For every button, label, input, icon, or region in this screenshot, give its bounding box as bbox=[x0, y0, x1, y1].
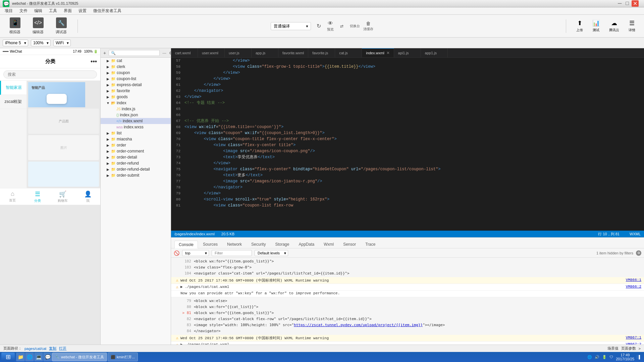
compile-select[interactable]: 普通编译 bbox=[271, 22, 311, 30]
minimize-button[interactable]: ─ bbox=[616, 0, 623, 7]
menu-file[interactable]: 文件 bbox=[16, 7, 31, 14]
clear-group[interactable]: 🗑 清缓存 bbox=[363, 21, 373, 32]
menu-interface[interactable]: 界面 bbox=[60, 7, 75, 14]
devtools-settings-btn[interactable]: ⚙ bbox=[636, 250, 641, 256]
refresh-btn[interactable]: ↻ bbox=[314, 21, 324, 31]
taskbar-devtools-item[interactable]: 🔧 webchat - 微信开发者工具 bbox=[52, 353, 107, 361]
device-select[interactable]: iPhone 5 iPhone 6 bbox=[3, 40, 28, 46]
vm867-2-link[interactable]: VM867:2 bbox=[626, 342, 641, 345]
tab-app-js[interactable]: app.js bbox=[252, 48, 278, 57]
show-desktop-btn[interactable]: ▌ bbox=[637, 355, 641, 359]
test-btn[interactable]: 📊 测试 bbox=[590, 18, 602, 34]
tree-folder-favorite[interactable]: ▶ 📁 favorite bbox=[101, 88, 171, 94]
devtools-tab-trace[interactable]: Trace bbox=[361, 240, 380, 248]
more-btn[interactable]: > bbox=[639, 347, 641, 351]
phone-cat-item-1[interactable]: 智能家居 bbox=[0, 81, 26, 95]
devtools-tab-security[interactable]: Security bbox=[247, 240, 270, 248]
tab-favorite-js[interactable]: favorite.js bbox=[308, 48, 335, 57]
console-filter-input[interactable] bbox=[212, 250, 252, 256]
context-select[interactable]: top bbox=[182, 250, 209, 256]
close-button[interactable]: ✕ bbox=[632, 0, 639, 7]
devtools-tab-console[interactable]: Console bbox=[174, 241, 198, 248]
vm866-2-link[interactable]: VM866:2 bbox=[626, 285, 641, 289]
tab-user-js[interactable]: user.js bbox=[225, 48, 252, 57]
tab-app1-js[interactable]: app1.js bbox=[421, 48, 448, 57]
file-search-input[interactable] bbox=[109, 50, 160, 56]
tree-folder-cat[interactable]: ▶ 📁 cat bbox=[101, 58, 171, 64]
devtools-tab-storage[interactable]: Storage bbox=[271, 240, 293, 248]
phone-search-input[interactable] bbox=[3, 70, 97, 78]
devtools-tab-appdata[interactable]: AppData bbox=[294, 240, 319, 248]
tab-cart-wxml[interactable]: cart.wxml bbox=[171, 48, 198, 57]
network-select[interactable]: WiFi 3G bbox=[53, 40, 71, 46]
phone-cat-item-2[interactable]: zscat框架 bbox=[0, 95, 26, 109]
tree-folder-order-submit[interactable]: ▶ 📁 order-submit bbox=[101, 172, 171, 178]
devtools-clear-btn[interactable]: 🚫 bbox=[174, 250, 179, 256]
start-button[interactable]: ⊞ bbox=[1, 353, 15, 361]
tree-file-index-wxss[interactable]: wss index.wxss bbox=[101, 124, 171, 130]
menu-project[interactable]: 项目 bbox=[1, 7, 16, 14]
tree-file-index-json[interactable]: {} index.json bbox=[101, 112, 171, 118]
clock[interactable]: 17:49 2017/10/25 bbox=[616, 353, 634, 361]
editor-btn[interactable]: </> 编辑器 bbox=[30, 16, 46, 36]
menu-tools[interactable]: 工具 bbox=[46, 7, 60, 14]
tree-folder-order-detail[interactable]: ▶ 📁 order-detail bbox=[101, 154, 171, 160]
tree-folder-index[interactable]: ▼ 📂 index bbox=[101, 100, 171, 106]
tab-cat-js[interactable]: cat.js bbox=[335, 48, 362, 57]
tray-icon-3[interactable]: 🔋 bbox=[602, 355, 607, 359]
detail-btn[interactable]: ☰ 详情 bbox=[627, 18, 637, 34]
vm867-1-link[interactable]: VM867:1 bbox=[626, 336, 641, 340]
tree-folder-order-comment[interactable]: ▶ 📁 order-comment bbox=[101, 148, 171, 154]
devtools-tab-sources[interactable]: Sources bbox=[199, 240, 222, 248]
tree-file-index-js[interactable]: JS index.js bbox=[101, 106, 171, 112]
tree-more-btn[interactable]: ··· bbox=[162, 50, 166, 56]
add-file-btn[interactable]: + bbox=[103, 50, 106, 56]
tab-api1-js[interactable]: api1.js bbox=[394, 48, 421, 57]
devtools-tab-sensor[interactable]: Sensor bbox=[339, 240, 360, 248]
close-tab-icon[interactable]: ✕ bbox=[386, 51, 390, 55]
phone-nav-home[interactable]: ⌂ 首页 bbox=[0, 188, 25, 205]
phone-nav-category[interactable]: ☰ 分类 bbox=[25, 188, 50, 205]
code-editor[interactable]: 57 </view> 58 <view class="flex-grow-1 t… bbox=[171, 58, 644, 231]
tab-index-wxml[interactable]: index.wxml ✕ bbox=[362, 48, 394, 57]
upload-btn[interactable]: ⬆ 上传 bbox=[574, 18, 585, 34]
taskbar-icon-3[interactable]: 💻 bbox=[34, 353, 43, 361]
tab-favorite-wxml[interactable]: favorite.wxml bbox=[278, 48, 308, 57]
page-params-label[interactable]: 页面参数 bbox=[621, 346, 636, 351]
scene-label[interactable]: 场景值 bbox=[607, 346, 619, 351]
maximize-button[interactable]: □ bbox=[624, 0, 630, 7]
phone-nav-me[interactable]: 👤 我 bbox=[75, 188, 100, 205]
tree-folder-list[interactable]: ▶ 📁 list bbox=[101, 130, 171, 136]
open-btn[interactable]: 打开 bbox=[59, 346, 66, 351]
menu-settings[interactable]: 设置 bbox=[75, 7, 90, 14]
taskbar-kmin-item[interactable]: ⬛ kmin打开... bbox=[108, 353, 138, 361]
copy-btn[interactable]: 复制 bbox=[49, 346, 56, 351]
simulator-btn[interactable]: 📱 模拟器 bbox=[7, 16, 23, 36]
tree-folder-miaosha[interactable]: ▶ 📁 miaosha bbox=[101, 136, 171, 142]
debugger-btn[interactable]: 🔧 调试器 bbox=[53, 16, 69, 36]
zoom-select[interactable]: 100% 75% bbox=[31, 40, 51, 46]
devtools-tab-wxml[interactable]: Wxml bbox=[319, 240, 338, 248]
tree-folder-goods[interactable]: ▶ 📁 goods bbox=[101, 94, 171, 100]
tree-folder-coupon[interactable]: ▶ 📁 coupon bbox=[101, 70, 171, 76]
phone-nav-cart[interactable]: 🛒 购物车 bbox=[50, 188, 75, 205]
tree-folder-order-refund[interactable]: ▶ 📁 order-refund bbox=[101, 160, 171, 166]
tray-icon-1[interactable]: 🌐 bbox=[587, 355, 592, 359]
tray-icon-2[interactable]: 🔊 bbox=[595, 355, 599, 359]
tray-icon-4[interactable]: 🛡 bbox=[609, 355, 613, 359]
menu-edit[interactable]: 编辑 bbox=[31, 7, 46, 14]
devtools-tab-network[interactable]: Network bbox=[223, 240, 246, 248]
vm866-1-link[interactable]: VM866:1 bbox=[626, 278, 641, 282]
taskbar-icon-4[interactable]: 💬 bbox=[43, 353, 52, 361]
menu-wechat-devtools[interactable]: 微信开发者工具 bbox=[90, 7, 125, 14]
phone-more-btn[interactable]: ••• bbox=[91, 58, 97, 65]
switch-btn[interactable]: ⇄ bbox=[337, 21, 346, 31]
taskbar-icon-2[interactable]: 🌐 bbox=[25, 353, 34, 361]
preview-group[interactable]: 👁 预览 bbox=[327, 20, 334, 32]
tree-folder-order[interactable]: ▶ 📁 order bbox=[101, 142, 171, 148]
taskbar-icon-1[interactable]: 📁 bbox=[16, 353, 25, 361]
tab-user-wxml[interactable]: user.wxml bbox=[198, 48, 225, 57]
log-level-select[interactable]: Default levels bbox=[255, 250, 288, 256]
tree-folder-coupon-list[interactable]: ▶ 📁 coupon-list bbox=[101, 76, 171, 82]
tree-file-index-wxml[interactable]: </> index.wxml bbox=[101, 118, 171, 124]
